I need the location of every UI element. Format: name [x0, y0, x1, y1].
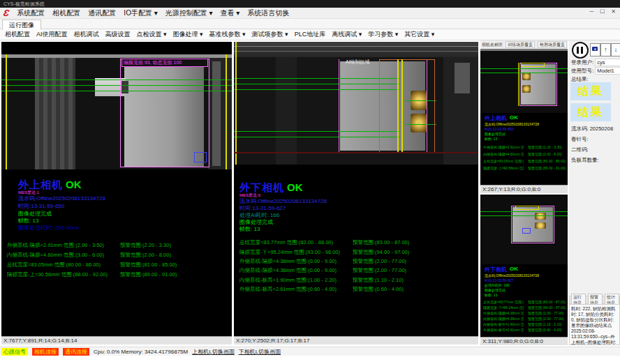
mini-bottom-result-ok: OK	[510, 266, 518, 272]
tool-test-params[interactable]: 测试项参数 ▾	[252, 30, 288, 39]
ai-region-label: AI绘制区域	[346, 59, 370, 66]
menu-view[interactable]: 查看 ▾	[221, 8, 240, 18]
tool-plc-address[interactable]: PLC地址库	[295, 30, 326, 39]
measure-text: 外侧基线-隔膜=2.91mm 范围:(2.00 - 3.50)	[483, 145, 524, 149]
roi-label: 隔膜宽值:93, 动态宽值:100	[121, 59, 208, 67]
mini-measure-row: 外侧基线-隔膜=2.91mm 范围:(2.00 - 3.50) 预警范围:(2.…	[483, 145, 524, 151]
minimize-icon[interactable]: ─	[589, 8, 593, 15]
measure-warn: 预警范围:(0.60 - 4.00)	[528, 328, 562, 332]
pause-icon	[581, 47, 583, 54]
tool-camera-config[interactable]: 相机配置	[5, 30, 30, 39]
qr-row: 二维码:	[571, 146, 589, 153]
machine-strip	[212, 61, 221, 166]
tool-spotcheck-settings[interactable]: 点检设置 ▾	[137, 30, 167, 39]
measure-warn: 预警范围:(2.00 - 8.00)	[528, 152, 562, 156]
mini-bottom-title: 外下相机	[485, 266, 507, 273]
baseline-line	[480, 68, 568, 69]
maximize-icon[interactable]: ☐	[600, 8, 605, 15]
measure-text: 总线宽度=83.05mm 范围:(80.00 - 86.00)	[483, 159, 524, 163]
focus-rect	[194, 152, 207, 162]
mini-top-camera-image[interactable]	[480, 49, 568, 113]
edge-marker-line	[6, 54, 7, 169]
left-camera-image[interactable]: 隔膜宽值:93, 动态宽值:100	[1, 54, 232, 169]
lower-camera-switch-link[interactable]: 下相机L切换画面	[239, 348, 281, 356]
machine-rail	[234, 42, 478, 57]
roi-edge-line	[339, 59, 339, 153]
camera-switch-button[interactable]	[590, 43, 600, 56]
menu-system-config[interactable]: 系统配置	[17, 8, 45, 18]
tool-ai-use-config[interactable]: AI使用配置	[36, 30, 68, 39]
left-view-result-ok: OK	[66, 179, 82, 190]
measure-row: 外侧基线-极耳=2.61mm 范围:(0.60 - 4.00) 预警范围:(0.…	[239, 286, 337, 294]
measure-row: 隔膜宽度-上=90.56mm 范围:(88.00 - 92.00) 预警范围:(…	[7, 271, 108, 279]
mini-measure-row: 内侧基线-隔膜=4.60mm 范围:(3.00 - 6.00) 预警范围:(2.…	[483, 152, 524, 158]
measure-text: 外侧基线-极耳=2.61mm 范围:(0.60 - 4.00)	[483, 328, 524, 332]
edge-marker-line	[226, 54, 227, 169]
scroll-down-button[interactable]: ↓	[611, 43, 620, 56]
mini-measure-row: 隔膜宽度-上=90.56mm 范围:(88.00 - 92.00) 预警范围:(…	[483, 166, 524, 172]
baseline-line	[480, 73, 568, 73]
mini-bottom-camera-image[interactable]	[480, 195, 568, 264]
log-tab-strip: 运行信息 报警信息 统计信息	[569, 296, 620, 304]
arrow-up-icon: ↑	[604, 46, 607, 53]
menu-light-config[interactable]: 光源控制配置 ▾	[165, 8, 213, 18]
log-output[interactable]: 耗时: 222, 缺陷检测耗时: 17, 缺陷分类耗时: 0, 缺陷提取分区耗时…	[569, 304, 620, 345]
time-line: 时间:13-31-59-650	[18, 202, 64, 210]
menu-comm-config[interactable]: 通讯配置	[88, 8, 116, 18]
scroll-up-button[interactable]: ↑	[600, 43, 611, 56]
upper-camera-switch-link[interactable]: 上相机L切换画面	[192, 348, 234, 356]
menu-camera-config[interactable]: 相机配置	[52, 8, 80, 18]
pause-button[interactable]	[572, 42, 589, 59]
frame-count-line: 帧数: 13	[239, 225, 260, 233]
window-controls: ─ ☐ ✕	[589, 8, 616, 15]
control-panel: ↑ ↓ 登录用户: cys 使用型号: Model1 总结果: 结果 结果 流水…	[569, 40, 620, 345]
serial-value: 20250208	[590, 126, 613, 132]
roi-label-box	[521, 63, 545, 67]
middle-camera-image[interactable]: AI绘制区域	[234, 42, 478, 165]
mini-top-pixel-status: X:267;Y:13;R:0;G:0;B:0	[480, 185, 568, 193]
login-user-field[interactable]: cys	[595, 59, 620, 66]
measure-text: 内侧基线-隔膜=4.60mm 范围:(3.00 - 6.00)	[483, 152, 524, 156]
measure-text: 隔膜宽度-上=90.56mm 范围:(88.00 - 92.00)	[7, 271, 108, 278]
tool-other-settings[interactable]: 其它设置 ▾	[404, 30, 434, 39]
cpu-memory-status: Cpu: 0.0% Memory: 3424.41796875M	[94, 349, 188, 355]
tool-offline-debug[interactable]: 离线调试 ▾	[332, 30, 362, 39]
result-badge-top: 结果	[570, 82, 611, 100]
app-logo-icon: Ɛ	[3, 8, 10, 18]
comm-connect-badge: 通讯连接	[63, 348, 89, 356]
login-user-label: 登录用户:	[571, 59, 593, 66]
measure-warn: 预警范围:(1.10 - 2.10)	[528, 322, 562, 326]
mini-measure-row: 外侧基线-极耳=2.61mm 范围:(0.60 - 4.00) 预警范围:(0.…	[483, 328, 524, 333]
middle-camera-view[interactable]: AI绘制区域 外下相机 OK MES发送:0 流水码:Offline202502…	[234, 42, 478, 344]
tool-baseline-params[interactable]: 基准线参数 ▾	[209, 30, 246, 39]
tool-camera-debug[interactable]: 相机调试	[74, 30, 99, 39]
tool-advanced-settings[interactable]: 高级设置	[105, 30, 131, 39]
tab-detect-scene[interactable]: 检测场景覆盖	[538, 41, 567, 48]
measure-warn: 预警范围:(2.20 - 3.30)	[120, 242, 171, 249]
close-icon[interactable]: ✕	[611, 8, 616, 15]
measure-row: 总线宽度=83.77mm 范围:(82.00 - 88.00) 预警范围:(83…	[239, 239, 333, 247]
menu-language-switch[interactable]: 系统语言切换	[247, 8, 289, 18]
result-badge-bottom: 结果	[570, 103, 611, 121]
mini-top-camera-view[interactable]: 相机名称区 训练场景覆盖 检测场景覆盖 外上相机 OK 流水码:Offline2…	[480, 40, 568, 193]
measure-warn: 预警范围:(2.00 - 77.00)	[528, 311, 563, 315]
measure-text: 总线宽度=83.77mm 范围:(82.00 - 88.00)	[239, 239, 333, 245]
tool-learning-params[interactable]: 学习参数 ▾	[368, 30, 398, 39]
tab-foil-glow	[535, 222, 546, 229]
mini-measure-row: 总线宽度=83.77mm 范围:(82.00 - 88.00) 预警范围:(83…	[483, 300, 524, 305]
mini-bottom-camera-view[interactable]: 外下相机 OK 流水码:Offline20250208133134728 时间:…	[480, 195, 568, 345]
baseline-line	[480, 211, 568, 212]
measure-text: 外侧基线-隔膜=4.38mm 范围:(0.00 - 9.00)	[483, 311, 524, 315]
tab-train-scene[interactable]: 训练场景覆盖	[505, 41, 535, 48]
mini-measure-row: 隔膜宽度-下=95.24mm 范围:(93.00 - 98.00) 预警范围:(…	[483, 305, 524, 311]
measure-text: 内侧基线-隔膜=4.60mm 范围:(3.00 - 6.00)	[7, 252, 104, 258]
measure-text: 隔膜宽度-下=95.24mm 范围:(93.00 - 98.00)	[239, 249, 340, 255]
tool-image-processing[interactable]: 图像处理 ▾	[173, 30, 203, 39]
serial-row: 流水码: 20250208	[571, 126, 613, 132]
model-field[interactable]: Model1	[595, 67, 620, 75]
menu-io-config[interactable]: IO手配置 ▾	[124, 8, 157, 18]
measure-warn: 预警范围:(83.00 - 87.00)	[528, 300, 566, 304]
left-camera-view[interactable]: 隔膜宽值:93, 动态宽值:100 外上相机 OK MES发送:1 流水码:Of…	[1, 42, 232, 344]
measure-text: 总线宽度=83.05mm 范围:(80.00 - 86.00)	[7, 261, 101, 268]
measure-text: 内侧基线-极耳=1.90mm 范围:(1.00 - 2.20)	[483, 322, 524, 326]
